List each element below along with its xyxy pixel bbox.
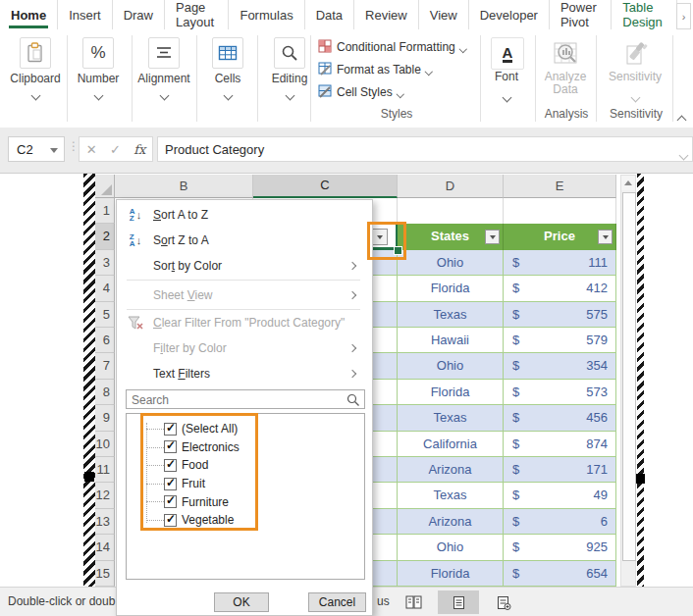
analyze-data-button[interactable] bbox=[550, 37, 583, 70]
tab-table-design[interactable]: Table Design bbox=[612, 0, 677, 29]
table-cell-price[interactable]: $111 bbox=[504, 250, 616, 276]
tab-overflow-button[interactable]: › bbox=[676, 3, 691, 29]
tab-draw[interactable]: Draw bbox=[113, 0, 165, 29]
tab-data[interactable]: Data bbox=[305, 0, 354, 29]
view-normal-button[interactable] bbox=[397, 590, 430, 614]
tab-page-layout[interactable]: Page Layout bbox=[165, 0, 229, 29]
font-button[interactable]: A bbox=[491, 37, 524, 70]
enter-entry-button[interactable]: ✓ bbox=[110, 142, 121, 157]
menu-item-filter-by-color[interactable]: Filter by Color bbox=[118, 335, 365, 361]
row-header-2[interactable]: 2 bbox=[95, 224, 115, 249]
collapse-ribbon-button[interactable] bbox=[678, 110, 685, 128]
table-cell-price[interactable]: $6 bbox=[504, 509, 616, 535]
marquee-handle-right[interactable] bbox=[635, 474, 645, 484]
table-cell-price[interactable]: $573 bbox=[504, 380, 616, 405]
scroll-up-button[interactable] bbox=[621, 176, 635, 190]
ok-button[interactable]: OK bbox=[214, 592, 269, 612]
menu-item-sheet-view[interactable]: Sheet View bbox=[118, 282, 365, 308]
marquee-handle-left[interactable] bbox=[84, 472, 94, 482]
row-header-1[interactable]: 1 bbox=[95, 198, 115, 224]
tab-insert[interactable]: Insert bbox=[58, 0, 113, 29]
table-cell-state[interactable]: Florida bbox=[398, 561, 504, 587]
row-header-13[interactable]: 13 bbox=[95, 509, 115, 535]
column-header-E[interactable]: E bbox=[504, 175, 616, 198]
cell-E1[interactable] bbox=[504, 198, 616, 224]
vertical-scrollbar[interactable] bbox=[620, 175, 636, 587]
price-filter-button[interactable] bbox=[598, 230, 613, 244]
table-cell-price[interactable]: $925 bbox=[504, 535, 616, 560]
row-header-8[interactable]: 8 bbox=[95, 380, 115, 405]
ribbon-group-clipboard[interactable]: Clipboard bbox=[4, 37, 67, 103]
row-header-5[interactable]: 5 bbox=[95, 302, 115, 328]
menu-item-sort-by-color[interactable]: Sort by Color bbox=[118, 253, 365, 279]
table-cell-price[interactable]: $171 bbox=[504, 457, 616, 483]
table-cell-state[interactable]: California bbox=[398, 432, 504, 457]
table-cell-price[interactable]: $575 bbox=[504, 302, 616, 328]
table-cell-state[interactable]: Texas bbox=[398, 483, 504, 508]
table-cell-state[interactable]: Arizona bbox=[398, 457, 504, 483]
row-header-9[interactable]: 9 bbox=[95, 405, 115, 431]
table-cell-price[interactable]: $654 bbox=[504, 561, 616, 587]
row-header-7[interactable]: 7 bbox=[95, 353, 115, 379]
name-box[interactable]: C2 bbox=[8, 136, 65, 162]
cell-D1[interactable] bbox=[398, 198, 504, 224]
table-cell-state[interactable]: Florida bbox=[398, 276, 504, 301]
table-cell-price[interactable]: $412 bbox=[504, 276, 616, 301]
column-header-D[interactable]: D bbox=[398, 175, 504, 198]
row-header-15[interactable]: 15 bbox=[95, 561, 115, 587]
ribbon-group-number[interactable]: %Number bbox=[67, 37, 130, 103]
sensitivity-button[interactable] bbox=[619, 37, 653, 70]
scrollbar-thumb[interactable] bbox=[622, 192, 636, 561]
tab-review[interactable]: Review bbox=[354, 0, 419, 29]
menu-item-text-filters[interactable]: Text Filters bbox=[118, 361, 365, 386]
menu-item-clear-filter-from-product-category[interactable]: Clear Filter From "Product Category" bbox=[118, 310, 365, 335]
row-header-12[interactable]: 12 bbox=[95, 483, 115, 508]
formula-input[interactable]: Product Category bbox=[157, 136, 693, 162]
table-cell-price[interactable]: $579 bbox=[504, 328, 616, 353]
tab-home[interactable]: Home bbox=[0, 0, 58, 29]
styles-item-cell-styles[interactable]: Cell Styles bbox=[318, 82, 402, 102]
table-cell-state[interactable]: Texas bbox=[398, 405, 504, 431]
select-all-corner[interactable] bbox=[95, 175, 115, 198]
dropdown-arrow-icon[interactable] bbox=[50, 148, 58, 153]
row-header-4[interactable]: 4 bbox=[95, 276, 115, 301]
cancel-button[interactable]: Cancel bbox=[308, 592, 366, 612]
menu-item-sort-a-to-z[interactable]: AZ↓Sort A to Z bbox=[118, 202, 365, 228]
row-header-14[interactable]: 14 bbox=[95, 535, 115, 560]
ribbon-group-editing[interactable]: Editing bbox=[258, 37, 321, 103]
styles-item-format-as-table[interactable]: Format as Table bbox=[318, 60, 431, 79]
tab-view[interactable]: View bbox=[419, 0, 469, 29]
menu-item-sort-z-to-a[interactable]: ZA↓Sort Z to A bbox=[118, 228, 365, 253]
row-header-11[interactable]: 11 bbox=[95, 457, 115, 483]
row-header-3[interactable]: 3 bbox=[95, 250, 115, 276]
table-cell-state[interactable]: Arizona bbox=[398, 509, 504, 535]
insert-function-button[interactable]: fx bbox=[133, 142, 145, 157]
table-cell-price[interactable]: $874 bbox=[504, 432, 616, 457]
view-page-layout-button[interactable] bbox=[438, 590, 479, 614]
table-cell-state[interactable]: Ohio bbox=[398, 353, 504, 379]
cancel-entry-button[interactable]: ✕ bbox=[86, 142, 97, 157]
tab-formulas[interactable]: Formulas bbox=[229, 0, 304, 29]
table-cell-price[interactable]: $49 bbox=[504, 483, 616, 508]
table-cell-state[interactable]: Ohio bbox=[398, 535, 504, 560]
row-header-6[interactable]: 6 bbox=[95, 328, 115, 353]
column-header-C[interactable]: C bbox=[253, 175, 398, 198]
search-box[interactable] bbox=[126, 389, 365, 409]
view-page-break-button[interactable] bbox=[487, 590, 520, 614]
ribbon-group-alignment[interactable]: Alignment bbox=[133, 37, 195, 103]
table-cell-state[interactable]: Texas bbox=[398, 302, 504, 328]
table-cell-price[interactable]: $354 bbox=[504, 353, 616, 379]
table-cell-price[interactable]: $456 bbox=[504, 405, 616, 431]
row-header-10[interactable]: 10 bbox=[95, 432, 115, 457]
states-filter-button[interactable] bbox=[485, 230, 500, 244]
tab-developer[interactable]: Developer bbox=[469, 0, 550, 29]
table-cell-state[interactable]: Hawaii bbox=[398, 328, 504, 353]
tab-power-pivot[interactable]: Power Pivot bbox=[550, 0, 612, 29]
search-input[interactable] bbox=[130, 391, 347, 409]
column-header-B[interactable]: B bbox=[115, 175, 253, 198]
expand-formula-bar-icon[interactable] bbox=[680, 145, 687, 163]
ribbon-group-cells[interactable]: Cells bbox=[196, 37, 259, 103]
styles-item-conditional-formatting[interactable]: Conditional Formatting bbox=[318, 37, 465, 57]
table-cell-state[interactable]: Florida bbox=[398, 380, 504, 405]
table-cell-state[interactable]: Ohio bbox=[398, 250, 504, 276]
